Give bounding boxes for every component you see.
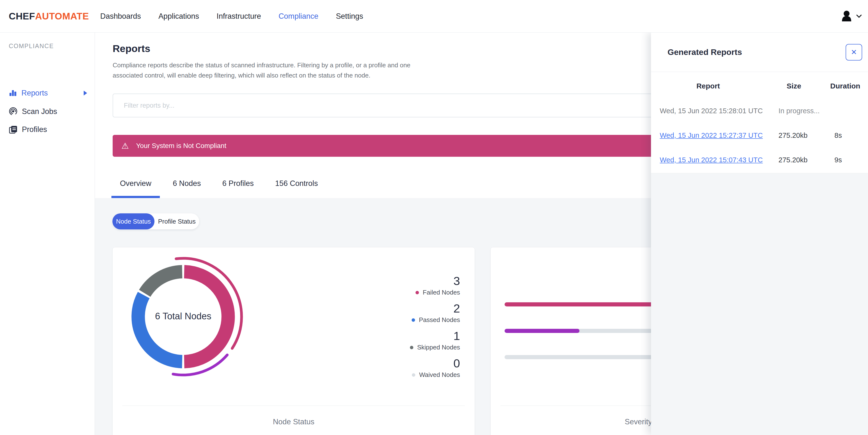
legend-item-skipped: 1 Skipped Nodes: [387, 329, 460, 351]
sidebar-section-label: COMPLIANCE: [9, 42, 54, 49]
report-timestamp: Wed, 15 Jun 2022 15:28:01 UTC: [651, 107, 765, 115]
drawer-title: Generated Reports: [668, 47, 742, 57]
tab-profiles[interactable]: 6 Profiles: [214, 179, 262, 198]
legend-label: Waived Nodes: [419, 371, 460, 379]
report-table-header: Report Size Duration: [651, 76, 868, 96]
user-icon: [841, 10, 852, 22]
top-navigation: Dashboards Applications Infrastructure C…: [100, 0, 363, 32]
top-bar: CHEFAUTOMATE Dashboards Applications Inf…: [0, 0, 868, 33]
drawer-header: Generated Reports ✕: [651, 33, 868, 72]
node-status-card: 6 Total Nodes 3 Failed Nodes 2 Passed No…: [113, 247, 475, 435]
report-table-body: Wed, 15 Jun 2022 15:28:01 UTC In progres…: [651, 99, 868, 172]
close-drawer-button[interactable]: ✕: [846, 44, 862, 61]
page-title: Reports: [113, 43, 150, 55]
report-duration: 9s: [823, 156, 868, 164]
sidebar-item-reports[interactable]: Reports: [0, 85, 95, 101]
nav-dashboards[interactable]: Dashboards: [100, 12, 141, 21]
nav-infrastructure[interactable]: Infrastructure: [217, 12, 261, 21]
skipped-dot-icon: [410, 346, 413, 349]
node-status-legend: 3 Failed Nodes 2 Passed Nodes 1 Skipped …: [387, 274, 460, 384]
chevron-down-icon: [856, 14, 862, 18]
waived-dot-icon: [412, 373, 415, 377]
sidebar-item-label: Profiles: [22, 125, 47, 134]
tab-controls[interactable]: 156 Controls: [267, 179, 327, 198]
legend-item-passed: 2 Passed Nodes: [387, 302, 460, 324]
nav-compliance[interactable]: Compliance: [279, 12, 318, 21]
skipped-count: 1: [387, 329, 460, 343]
profile-status-toggle-button[interactable]: Profile Status: [154, 213, 199, 229]
table-row: Wed, 15 Jun 2022 15:07:43 UTC 275.20kb 9…: [651, 148, 868, 172]
warning-icon: ⚠: [121, 142, 129, 150]
logo-automate: AUTOMATE: [35, 11, 89, 22]
radar-scan-icon: [9, 107, 18, 116]
logo-chef: CHEF: [9, 11, 35, 22]
report-download-link[interactable]: Wed, 15 Jun 2022 15:27:37 UTC: [660, 131, 763, 139]
chevron-right-icon: [83, 90, 88, 96]
table-row: Wed, 15 Jun 2022 15:27:37 UTC 275.20kb 8…: [651, 123, 868, 148]
report-size: 275.20kb: [765, 131, 823, 139]
bar-chart-icon: [9, 89, 17, 97]
node-status-toggle-button[interactable]: Node Status: [113, 213, 154, 229]
status-toggle: Node Status Profile Status: [113, 213, 199, 229]
nav-settings[interactable]: Settings: [336, 12, 363, 21]
failed-dot-icon: [415, 291, 419, 294]
sidebar-item-profiles[interactable]: Profiles: [0, 122, 95, 137]
column-report: Report: [651, 82, 765, 90]
tab-nodes[interactable]: 6 Nodes: [164, 179, 209, 198]
table-row: Wed, 15 Jun 2022 15:28:01 UTC In progres…: [651, 99, 868, 123]
legend-item-failed: 3 Failed Nodes: [387, 274, 460, 296]
sidebar-item-label: Scan Jobs: [22, 107, 57, 116]
passed-dot-icon: [412, 319, 415, 322]
report-download-link[interactable]: Wed, 15 Jun 2022 15:07:43 UTC: [660, 156, 763, 164]
report-size: In progress...: [765, 107, 823, 115]
generated-reports-drawer: Generated Reports ✕ Report Size Duration…: [651, 33, 868, 435]
page-description: Compliance reports describe the status o…: [113, 60, 437, 80]
legend-item-waived: 0 Waived Nodes: [387, 357, 460, 379]
donut-center-label: 6 Total Nodes: [144, 311, 222, 322]
passed-count: 2: [387, 302, 460, 315]
chef-automate-app: CHEFAUTOMATE Dashboards Applications Inf…: [0, 0, 868, 435]
report-size: 275.20kb: [765, 156, 823, 164]
legend-label: Failed Nodes: [423, 289, 460, 296]
column-size: Size: [765, 82, 823, 90]
sidebar-item-label: Reports: [22, 89, 48, 97]
legend-label: Skipped Nodes: [417, 344, 460, 351]
waived-count: 0: [387, 357, 460, 370]
tab-overview[interactable]: Overview: [112, 179, 160, 198]
nav-applications[interactable]: Applications: [158, 12, 199, 21]
node-status-caption: Node Status: [113, 417, 475, 426]
failed-count: 3: [387, 274, 460, 288]
banner-text: Your System is Not Compliant: [136, 142, 226, 150]
report-tabs: Overview 6 Nodes 6 Profiles 156 Controls: [112, 179, 327, 198]
column-duration: Duration: [823, 82, 868, 90]
compliance-sidebar: COMPLIANCE Reports Scan Jobs: [0, 32, 95, 435]
report-duration: 8s: [823, 131, 868, 139]
sidebar-item-scan-jobs[interactable]: Scan Jobs: [0, 104, 95, 119]
chef-automate-logo[interactable]: CHEFAUTOMATE: [9, 0, 89, 32]
user-menu[interactable]: [841, 0, 862, 32]
legend-label: Passed Nodes: [419, 316, 460, 324]
documents-icon: [9, 125, 18, 134]
